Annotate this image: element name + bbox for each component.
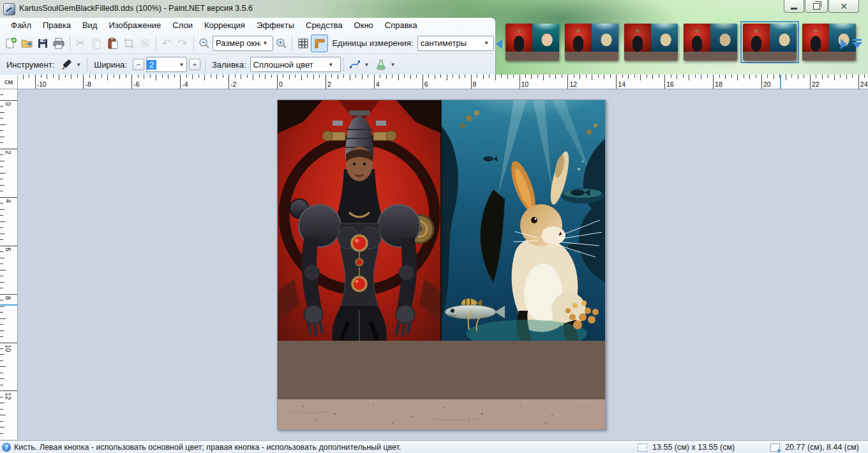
thumbnail[interactable] [505, 24, 559, 61]
undo-button[interactable]: ↶ [158, 35, 174, 52]
undo-icon: ↶ [162, 36, 172, 50]
menu-item[interactable]: Справка [379, 19, 423, 32]
cut-button[interactable]: ✂ [73, 35, 89, 52]
selection-size-icon [638, 443, 647, 452]
close-icon: ✕ [840, 2, 848, 11]
antialiasing-button[interactable] [373, 56, 389, 73]
status-message: Кисть. Левая кнопка - использовать основ… [14, 443, 401, 452]
new-file-icon [4, 37, 17, 50]
grid-toggle-button[interactable] [295, 35, 311, 52]
horizontal-ruler: -10-8-6-4-2024681012141618202224 [18, 75, 868, 89]
paintdotnet-app-icon [3, 3, 15, 15]
canvas-image [278, 100, 605, 429]
rulers-toggle-button[interactable] [311, 34, 328, 52]
fill-combobox[interactable]: Сплошной цвет ▼ [250, 57, 341, 72]
image-list-dropdown-icon[interactable] [851, 39, 863, 48]
paste-button[interactable] [105, 35, 121, 52]
width-combobox[interactable]: 2 ▼ [146, 57, 187, 72]
close-button[interactable]: ✕ [828, 0, 859, 13]
fill-value: Сплошной цвет [251, 60, 326, 70]
menu-item[interactable]: Файл [5, 19, 37, 32]
zoom-in-button[interactable] [273, 35, 289, 52]
zoom-out-button[interactable] [197, 35, 213, 52]
toolbar-separator [343, 57, 344, 71]
paintdotnet-window: KartusSoulGemBlackFilled8.dds (100%) - P… [0, 0, 868, 453]
zoom-in-icon [275, 37, 288, 50]
menu-item[interactable]: Изображение [103, 19, 167, 32]
line-style-button[interactable] [347, 56, 363, 73]
chevron-down-icon: ▼ [177, 57, 186, 71]
thumbnail[interactable] [802, 24, 856, 61]
thumbnail[interactable] [624, 24, 678, 61]
crop-icon [123, 37, 135, 50]
canvas[interactable] [277, 100, 606, 430]
cursor-position-icon [770, 443, 780, 452]
help-status-icon: ? [2, 443, 11, 452]
print-button[interactable] [51, 35, 67, 52]
units-value: сантиметры [418, 38, 482, 48]
toolbar-separator [205, 57, 206, 71]
deselect-button[interactable] [137, 35, 153, 52]
width-increase-button[interactable]: + [189, 59, 200, 70]
zoom-mode-combobox[interactable]: Размер окна ▼ [213, 36, 273, 51]
menu-bar: ФайлПравкаВидИзображениеСлоиКоррекцияЭфф… [0, 18, 497, 32]
open-images-list [495, 21, 868, 71]
toolbar-separator [193, 36, 194, 50]
chevron-down-icon: ▼ [482, 36, 491, 50]
chevron-down-icon: ▼ [260, 36, 270, 50]
toolbar-separator [156, 36, 156, 50]
print-icon [52, 37, 65, 50]
chevron-down-icon: ▼ [326, 57, 336, 71]
chevron-down-icon[interactable]: ▼ [364, 62, 370, 68]
save-icon [36, 37, 49, 50]
tool-label: Инструмент: [6, 60, 54, 70]
minimize-icon [791, 8, 797, 10]
menu-item[interactable]: Вид [77, 19, 103, 32]
thumbnail[interactable] [565, 24, 618, 61]
flask-icon [375, 58, 387, 71]
units-combobox[interactable]: сантиметры ▼ [417, 36, 494, 51]
chrome-panel: ФайлПравкаВидИзображениеСлоиКоррекцияЭфф… [0, 18, 496, 75]
paint-brush-icon [60, 58, 73, 71]
deselect-icon [138, 37, 151, 50]
thumbnail[interactable] [743, 24, 797, 61]
scroll-left-icon[interactable] [496, 39, 502, 49]
new-file-button[interactable] [3, 35, 19, 52]
tool-options-toolbar: Инструмент: ▼ Ширина: − 2 ▼ + Заливка: С… [0, 54, 494, 75]
open-file-icon [20, 37, 33, 50]
chevron-down-icon[interactable]: ▼ [76, 62, 81, 68]
vertical-ruler: 024681012 [0, 89, 18, 440]
image-size-value: 13.55 (см) x 13.55 (см) [652, 443, 735, 452]
minimize-button[interactable] [784, 0, 804, 13]
grid-icon [297, 37, 310, 50]
menu-item[interactable]: Окно [348, 19, 379, 32]
thumbnail[interactable] [684, 24, 737, 61]
chevron-down-icon[interactable]: ▼ [391, 62, 396, 68]
menu-item[interactable]: Средства [300, 19, 348, 32]
title-bar[interactable]: KartusSoulGemBlackFilled8.dds (100%) - P… [0, 0, 868, 18]
menu-item[interactable]: Коррекция [198, 19, 251, 32]
open-file-button[interactable] [19, 35, 34, 52]
cursor-position-value: 20.77 (см), 8.44 (см) [785, 443, 859, 452]
menu-item[interactable]: Слои [167, 19, 198, 32]
menu-item[interactable]: Правка [37, 19, 77, 32]
cut-icon: ✂ [76, 36, 85, 50]
width-decrease-button[interactable]: − [133, 59, 144, 70]
main-toolbar: ✂ ↶ ↷ Размер окна ▼ [0, 33, 494, 54]
crop-button[interactable] [121, 35, 137, 52]
curve-line-icon [348, 58, 361, 71]
copy-button[interactable] [89, 35, 105, 52]
ruler-units-corner: см [0, 75, 18, 89]
toolbar-separator [87, 57, 87, 71]
menu-item[interactable]: Эффекты [251, 19, 300, 32]
redo-button[interactable]: ↷ [175, 35, 191, 52]
save-button[interactable] [34, 35, 50, 52]
current-tool-button[interactable] [58, 56, 75, 73]
copy-icon [90, 37, 103, 50]
zoom-mode-value: Размер окна [213, 38, 260, 48]
scroll-right-icon[interactable] [841, 39, 847, 49]
width-label: Ширина: [94, 60, 127, 70]
zoom-out-icon [198, 37, 211, 50]
restore-button[interactable] [805, 0, 828, 13]
redo-icon: ↷ [178, 36, 188, 50]
